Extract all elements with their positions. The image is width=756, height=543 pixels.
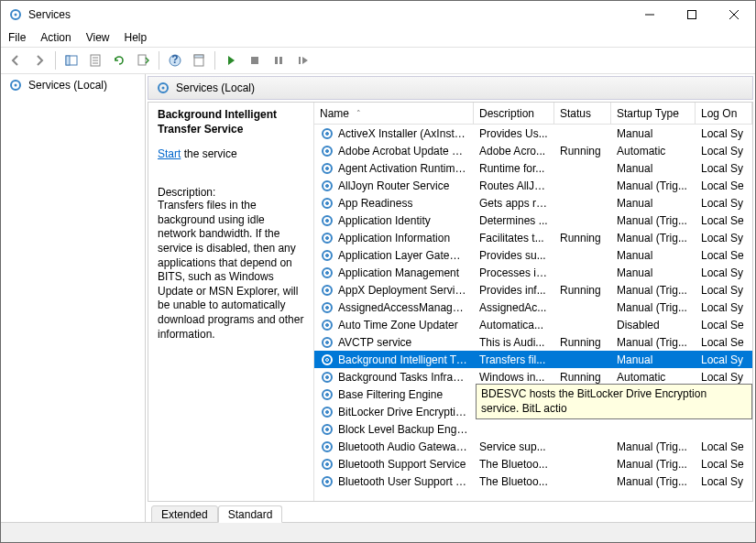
svg-point-56 — [326, 393, 329, 396]
column-header-name[interactable]: Name˄ — [314, 103, 474, 124]
properties-sheet-button[interactable] — [188, 49, 210, 71]
cell-description: Windows in... — [474, 371, 554, 384]
cell-description: Gets apps re... — [474, 197, 554, 210]
svg-point-38 — [326, 236, 329, 239]
bottom-tabs: Extended Standard — [148, 502, 753, 522]
properties-button[interactable] — [84, 49, 106, 71]
table-row[interactable]: AllJoyn Router ServiceRoutes AllJo...Man… — [314, 177, 752, 194]
description-heading: Description: — [158, 186, 304, 199]
tab-extended[interactable]: Extended — [151, 505, 218, 523]
table-row[interactable]: Application InformationFacilitates t...R… — [314, 229, 752, 246]
cell-startup-type: Manual — [611, 266, 696, 279]
gear-icon — [320, 196, 334, 211]
restart-service-button[interactable] — [291, 49, 313, 71]
cell-log-on: Local Sy — [696, 162, 752, 175]
statusbar — [1, 522, 755, 542]
gear-icon — [320, 335, 334, 350]
detail-panel: Background Intelligent Transfer Service … — [148, 103, 313, 501]
table-row[interactable]: AVCTP serviceThis is Audi...RunningManua… — [314, 333, 752, 351]
cell-startup-type: Manual — [611, 162, 696, 175]
table-row[interactable]: Auto Time Zone UpdaterAutomatica...Disab… — [314, 316, 752, 333]
table-row[interactable]: Bluetooth Audio Gateway S...Service sup.… — [314, 438, 752, 455]
gear-icon — [320, 353, 334, 367]
table-row[interactable]: Application ManagementProcesses in...Man… — [314, 264, 752, 281]
cell-description: Runtime for... — [474, 162, 554, 175]
separator — [214, 51, 215, 70]
cell-description: The Bluetoo... — [474, 458, 554, 471]
cell-log-on: Local Sy — [696, 353, 752, 366]
table-row[interactable]: Adobe Acrobat Update Serv...Adobe Acro..… — [314, 142, 752, 159]
gear-icon — [320, 248, 334, 263]
gear-icon — [320, 370, 334, 385]
pane-header-title: Services (Local) — [176, 81, 255, 94]
menu-file[interactable]: File — [8, 31, 26, 44]
start-service-button[interactable] — [220, 49, 242, 71]
table-row[interactable]: App ReadinessGets apps re...ManualLocal … — [314, 194, 752, 212]
svg-rect-12 — [138, 55, 146, 65]
table-row[interactable]: AppX Deployment Service (...Provides inf… — [314, 281, 752, 299]
column-header-description[interactable]: Description — [474, 103, 554, 124]
table-row[interactable]: Bluetooth Support ServiceThe Bluetoo...M… — [314, 455, 752, 472]
cell-startup-type: Manual (Trig... — [611, 440, 696, 453]
list-header: Name˄ Description Status Startup Type Lo… — [314, 103, 752, 125]
tree-item-services-local[interactable]: Services (Local) — [1, 74, 145, 96]
gear-icon — [320, 126, 334, 141]
menu-action[interactable]: Action — [40, 31, 71, 44]
cell-status: Running — [554, 371, 611, 384]
export-list-button[interactable] — [132, 49, 154, 71]
svg-point-24 — [162, 87, 165, 90]
cell-name: Auto Time Zone Updater — [338, 319, 458, 331]
forward-button[interactable] — [28, 49, 50, 71]
table-row[interactable]: Bluetooth User Support Ser...The Bluetoo… — [314, 472, 752, 490]
table-row[interactable]: Application IdentityDetermines ...Manual… — [314, 212, 752, 229]
cell-name: Adobe Acrobat Update Serv... — [338, 145, 468, 157]
svg-point-22 — [15, 84, 17, 87]
cell-name: Bluetooth Support Service — [338, 458, 466, 471]
pause-service-button[interactable] — [268, 49, 290, 71]
back-button[interactable] — [5, 49, 27, 71]
column-header-startup-type[interactable]: Startup Type — [611, 103, 696, 124]
column-header-log-on[interactable]: Log On — [696, 103, 752, 124]
table-row[interactable]: AssignedAccessManager Se...AssignedAc...… — [314, 299, 752, 316]
left-tree-pane[interactable]: Services (Local) — [1, 74, 146, 522]
refresh-button[interactable] — [108, 49, 130, 71]
maximize-button[interactable] — [671, 1, 713, 28]
table-row[interactable]: Block Level Backup Engine ... — [314, 420, 752, 438]
cell-name: Background Tasks Infrastruc... — [338, 371, 468, 384]
stop-service-button[interactable] — [244, 49, 266, 71]
help-button[interactable]: ? — [164, 49, 186, 71]
svg-point-1 — [15, 14, 17, 16]
cell-name: Bluetooth User Support Ser... — [338, 475, 468, 488]
cell-description: Processes in... — [474, 266, 554, 279]
svg-point-66 — [326, 480, 329, 483]
menubar: File Action View Help — [1, 28, 755, 47]
cell-name: BitLocker Drive Encryption ... — [338, 406, 468, 418]
menu-view[interactable]: View — [86, 31, 110, 44]
cell-name: AVCTP service — [338, 336, 411, 349]
cell-log-on: Local Sy — [696, 127, 752, 140]
tree-item-label: Services (Local) — [28, 79, 107, 92]
tab-standard[interactable]: Standard — [218, 505, 283, 523]
cell-startup-type: Manual (Trig... — [611, 301, 696, 314]
service-action-line: Start the service — [158, 147, 304, 160]
table-row[interactable]: Background Intelligent Tran...Transfers … — [314, 351, 752, 368]
list-scroll[interactable]: ActiveX Installer (AxInstSV)Provides Us.… — [314, 125, 752, 501]
cell-startup-type: Automatic — [611, 371, 696, 384]
close-button[interactable] — [713, 1, 755, 28]
svg-point-46 — [326, 306, 329, 309]
show-hide-console-button[interactable] — [60, 49, 82, 71]
svg-point-60 — [326, 428, 329, 430]
cell-startup-type: Manual (Trig... — [611, 336, 696, 349]
gear-icon — [320, 231, 334, 245]
start-service-link[interactable]: Start — [158, 147, 181, 160]
cell-name: Base Filtering Engine — [338, 388, 443, 401]
svg-point-64 — [326, 462, 329, 465]
table-row[interactable]: Agent Activation Runtime_...Runtime for.… — [314, 159, 752, 177]
minimize-button[interactable] — [629, 1, 671, 28]
cell-description: Routes AllJo... — [474, 179, 554, 192]
table-row[interactable]: ActiveX Installer (AxInstSV)Provides Us.… — [314, 125, 752, 142]
column-header-status[interactable]: Status — [554, 103, 611, 124]
menu-help[interactable]: Help — [125, 31, 148, 44]
svg-point-52 — [326, 358, 329, 361]
table-row[interactable]: Application Layer Gateway ...Provides su… — [314, 246, 752, 264]
